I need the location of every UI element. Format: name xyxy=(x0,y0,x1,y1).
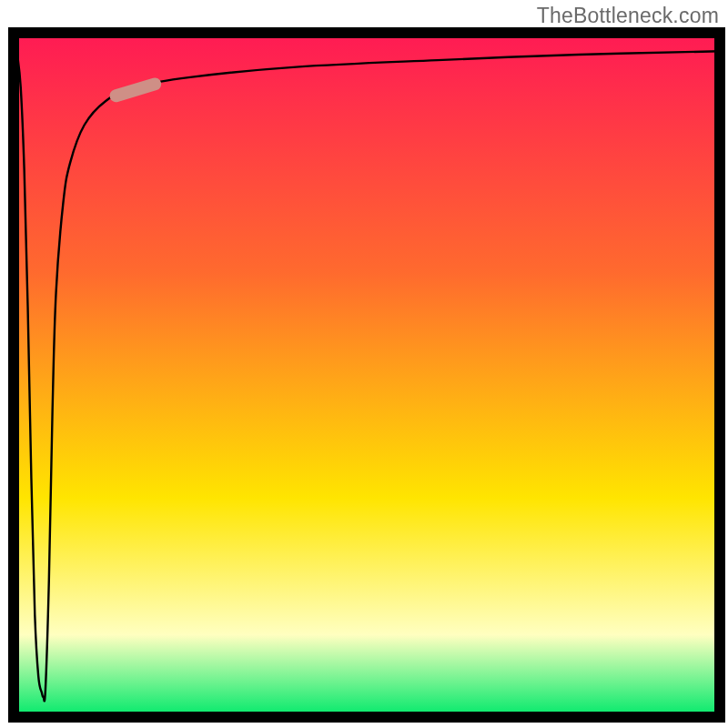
gradient-background xyxy=(14,33,720,717)
watermark-label: TheBottleneck.com xyxy=(537,4,719,28)
chart-canvas: TheBottleneck.com xyxy=(0,0,728,728)
bottleneck-plot xyxy=(0,0,728,728)
